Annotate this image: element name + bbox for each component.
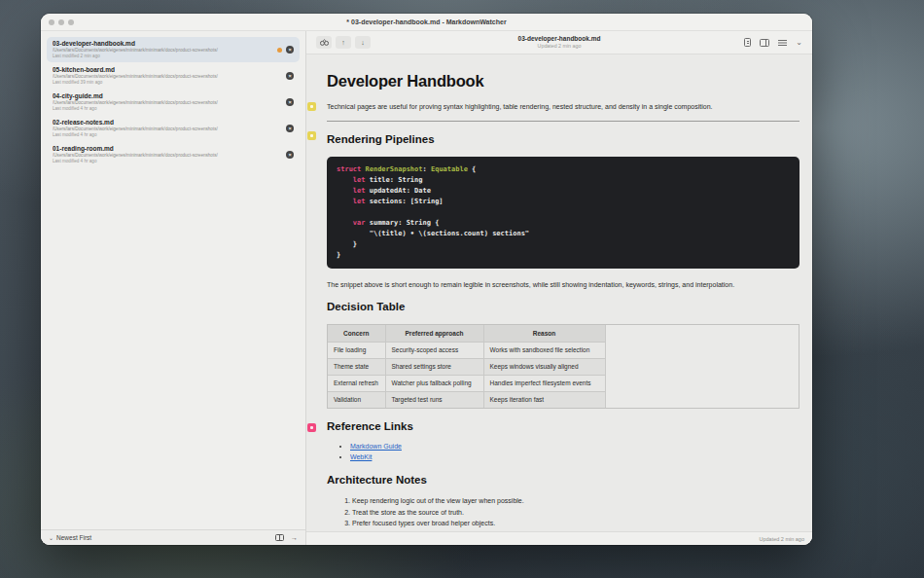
code-token [337, 198, 353, 205]
sort-order-label: Newest First [56, 534, 91, 541]
file-row[interactable]: 05-kitchen-board.md/Users/lars/Documents… [47, 63, 300, 89]
document-title: 03-developer-handbook.md [306, 35, 812, 43]
table-cell: Watcher plus fallback polling [385, 375, 483, 391]
code-token: } [337, 240, 357, 248]
code-caption-paragraph: The snippet above is short enough to rem… [327, 280, 800, 289]
file-list: 03-developer-handbook.md/Users/lars/Docu… [41, 31, 305, 529]
previous-match-button[interactable]: ↑ [336, 36, 351, 49]
code-token: : [423, 165, 431, 173]
main-pane: ↑ ↓ 03-developer-handbook.md Updated 2 m… [306, 31, 812, 545]
code-line: var summary: String { [337, 218, 790, 229]
document-icon[interactable] [744, 38, 751, 47]
table-row: ValidationTargeted test runsKeeps iterat… [328, 391, 605, 408]
unsaved-changes-dot-icon [277, 48, 282, 53]
code-line [337, 207, 790, 218]
split-view-icon[interactable] [760, 39, 769, 47]
remove-file-button[interactable]: × [286, 46, 294, 54]
list-item: Prefer focused types over broad helper o… [352, 518, 800, 529]
file-name: 05-kitchen-board.md [53, 66, 281, 74]
section-heading-reference-links: Reference Links [327, 419, 800, 433]
outline-list-icon[interactable] [778, 39, 787, 46]
code-line: let sections: [String] [337, 197, 790, 207]
table-cell: External refresh [328, 375, 385, 391]
reference-link[interactable]: Markdown Guide [350, 443, 402, 450]
architecture-notes-list: Keep rendering logic out of the view lay… [352, 495, 800, 529]
window-title: * 03-developer-handbook.md - MarkdownWat… [41, 18, 812, 25]
binoculars-icon [320, 39, 329, 46]
table-cell: Security-scoped access [385, 342, 483, 358]
code-token [337, 176, 353, 184]
remove-file-button[interactable]: × [286, 72, 294, 80]
file-row-icons: × [286, 98, 294, 106]
table-cell: Shared settings store [385, 358, 483, 375]
annotation-marker-pink[interactable] [307, 423, 316, 432]
table-cell: Keeps iteration fast [483, 391, 605, 408]
list-item: WebKit [350, 452, 800, 462]
code-line: } [337, 250, 790, 261]
document-updated-label: Updated 2 min ago [306, 43, 812, 50]
chevron-down-icon[interactable]: ⌄ [796, 38, 802, 48]
next-match-button[interactable]: ↓ [355, 36, 371, 49]
file-row[interactable]: 01-reading-room.md/Users/lars/Documents/… [47, 142, 300, 167]
arrow-down-icon: ↓ [361, 39, 365, 46]
code-token: RenderSnapshot [366, 165, 423, 173]
file-row[interactable]: 04-city-guide.md/Users/lars/Documents/wo… [47, 90, 300, 115]
decision-table: ConcernPreferred approachReasonFile load… [328, 325, 606, 408]
code-token: let [353, 198, 366, 205]
toggle-sidebar-icon[interactable] [275, 534, 284, 541]
page-title: Developer Handbook [327, 72, 800, 90]
table-row: External refreshWatcher plus fallback po… [328, 375, 605, 391]
list-item: Markdown Guide [350, 441, 800, 452]
sort-order-control[interactable]: ⌄ Newest First [49, 534, 91, 541]
code-token: var [353, 219, 366, 227]
table-cell: Targeted test runs [385, 391, 483, 408]
table-header-row: ConcernPreferred approachReason [328, 325, 605, 342]
code-line: } [337, 239, 790, 250]
code-line: let title: String [337, 175, 790, 186]
table-cell: Validation [328, 391, 385, 408]
file-row[interactable]: 03-developer-handbook.md/Users/lars/Docu… [47, 37, 300, 62]
arrow-right-icon[interactable]: → [291, 534, 298, 541]
code-token: } [337, 251, 340, 259]
code-token: title: String [366, 176, 423, 184]
code-line: "\(title) • \(sections.count) sections" [337, 229, 790, 239]
reference-link[interactable]: WebKit [350, 453, 372, 460]
code-line: let updatedAt: Date [337, 186, 790, 197]
file-info: 02-release-notes.md/Users/lars/Documents… [53, 119, 281, 138]
table-header-cell: Concern [328, 325, 385, 342]
table-row: Theme stateShared settings storeKeeps wi… [328, 358, 605, 375]
remove-file-button[interactable]: × [286, 98, 294, 106]
section-heading-decision-table: Decision Table [327, 300, 800, 313]
arrow-up-icon: ↑ [341, 39, 345, 46]
file-row-icons: × [286, 125, 294, 132]
remove-file-button[interactable]: × [286, 151, 294, 159]
code-line: struct RenderSnapshot: Equatable { [337, 164, 790, 175]
file-info: 01-reading-room.md/Users/lars/Documents/… [53, 145, 281, 164]
code-token: let [353, 187, 366, 195]
file-info: 03-developer-handbook.md/Users/lars/Docu… [53, 40, 272, 59]
file-modified-label: Last modified 2 min ago [53, 54, 272, 59]
section-heading-architecture-notes: Architecture Notes [327, 473, 800, 487]
annotation-marker-yellow[interactable] [307, 131, 316, 140]
annotation-marker-yellow[interactable] [307, 102, 316, 111]
find-button[interactable] [316, 36, 332, 49]
code-token: { [468, 165, 476, 173]
sidebar-footer: ⌄ Newest First → [41, 529, 305, 545]
table-cell: Theme state [328, 358, 385, 375]
intro-paragraph: Technical pages are useful for proving s… [327, 102, 800, 111]
markdown-preview[interactable]: Developer Handbook Technical pages are u… [306, 54, 812, 531]
code-token: struct [337, 165, 361, 173]
file-name: 03-developer-handbook.md [53, 40, 272, 48]
reference-link-list: Markdown GuideWebKit [350, 441, 800, 462]
table-header-cell: Preferred approach [385, 325, 483, 342]
file-name: 02-release-notes.md [53, 119, 281, 126]
code-token [337, 187, 353, 195]
table-cell: Works with sandboxed file selection [483, 342, 605, 358]
window-titlebar: * 03-developer-handbook.md - MarkdownWat… [41, 14, 812, 31]
list-item: Treat the store as the source of truth. [352, 507, 800, 519]
remove-file-button[interactable]: × [286, 125, 294, 132]
code-token [337, 219, 353, 227]
file-name: 04-city-guide.md [53, 92, 281, 100]
section-heading-rendering-pipelines: Rendering Pipelines [327, 132, 800, 146]
file-row[interactable]: 02-release-notes.md/Users/lars/Documents… [47, 116, 300, 141]
